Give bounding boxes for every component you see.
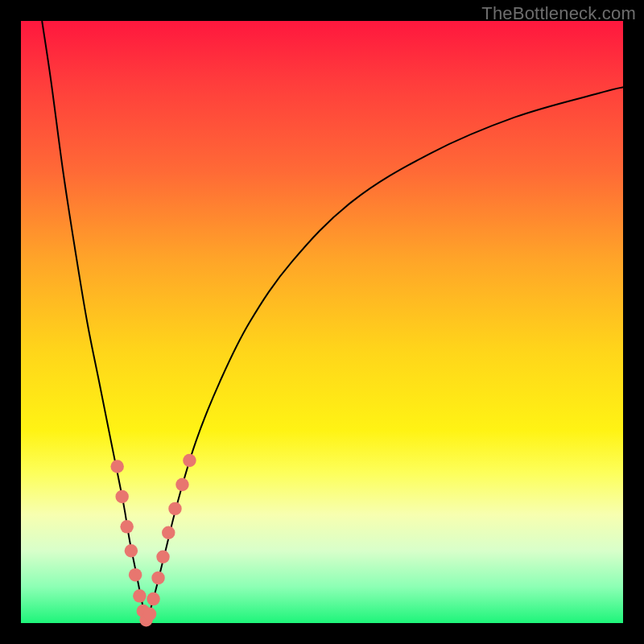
- watermark-text: TheBottleneck.com: [481, 3, 636, 24]
- data-marker: [147, 592, 159, 605]
- data-marker: [110, 460, 123, 473]
- data-marker: [175, 478, 188, 491]
- data-marker: [151, 572, 164, 584]
- data-marker: [125, 544, 138, 557]
- data-marker: [129, 568, 142, 581]
- data-marker: [183, 454, 196, 467]
- chart-frame: [21, 21, 623, 623]
- data-marker: [162, 526, 175, 539]
- marker-group: [110, 454, 196, 627]
- curve-right-branch: [147, 87, 623, 623]
- chart-svg: [21, 21, 623, 623]
- data-marker: [143, 608, 156, 621]
- data-marker: [133, 589, 146, 602]
- data-marker: [168, 502, 181, 515]
- curve-left-branch: [42, 21, 146, 623]
- data-marker: [115, 490, 128, 503]
- data-marker: [120, 520, 133, 533]
- data-marker: [156, 550, 169, 563]
